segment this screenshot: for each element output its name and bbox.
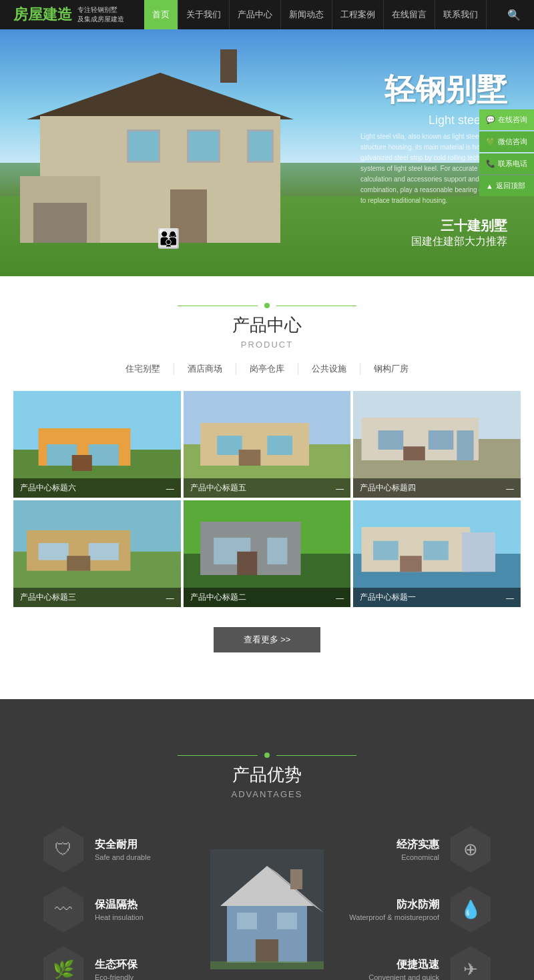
logo-main-text: 房屋建造: [13, 5, 72, 25]
card-arrow-icon-2: —: [336, 594, 344, 603]
adv-divider-line-right: [276, 755, 356, 756]
svg-rect-21: [404, 446, 426, 460]
svg-rect-40: [373, 541, 398, 560]
svg-rect-27: [89, 543, 119, 560]
nav-item-cases[interactable]: 工程案例: [332, 0, 384, 29]
product-card-label-3: 产品中心标题三 —: [13, 588, 181, 607]
sidebar-btn-phone[interactable]: 📞 联系电话: [479, 153, 534, 174]
house-3d-center: [200, 849, 334, 969]
advantages-divider: [0, 753, 534, 758]
svg-rect-49: [277, 913, 297, 929]
house-window-3: [247, 129, 274, 163]
svg-rect-28: [67, 556, 90, 570]
hero-subtitle1: 三十建别墅: [360, 217, 507, 235]
svg-rect-12: [267, 436, 292, 455]
advantages-section: 产品优势 ADVANTAGES 🛡 安全耐用 Safe and durable: [0, 699, 534, 980]
navigation: 首页 关于我们 产品中心 新闻动态 工程案例 在线留言 联系我们: [144, 0, 487, 29]
advantage-insulation: 〰 保温隔热 Heat insulation: [40, 886, 187, 933]
card-arrow-icon-5: —: [336, 484, 344, 494]
product-card-3[interactable]: 产品中心标题三 —: [13, 500, 181, 607]
plane-icon: ✈: [447, 946, 494, 980]
advantages-title-cn: 产品优势: [232, 763, 302, 787]
svg-rect-18: [378, 430, 404, 450]
card-arrow-icon-3: —: [166, 594, 174, 603]
adv-divider-dot: [264, 753, 270, 758]
chat-icon: 💬: [486, 115, 495, 124]
advantage-waterproof-text: 防水防潮 Waterproof & moistureproof: [349, 898, 439, 921]
sidebar-btn-wechat[interactable]: 💚 微信咨询: [479, 131, 534, 152]
house-3d-illustration: [210, 849, 324, 969]
product-card-4[interactable]: 产品中心标题四 —: [353, 391, 521, 498]
product-grid: 产品中心标题六 — 产品中心标题五 —: [0, 391, 534, 607]
coin-icon: ⊕: [447, 826, 494, 873]
product-card-6[interactable]: 产品中心标题六 —: [13, 391, 181, 498]
card-arrow-icon-1: —: [506, 594, 514, 603]
advantage-economical: ⊕ 经济实惠 Economical: [347, 826, 494, 873]
wave-icon: 〰: [40, 886, 87, 933]
advantages-section-header: 产品优势 ADVANTAGES: [0, 726, 534, 813]
svg-rect-35: [237, 552, 257, 575]
house-window-1: [127, 129, 160, 163]
advantage-fast: ✈ 便捷迅速 Convenient and quick: [347, 946, 494, 980]
card-arrow-icon: —: [166, 484, 174, 494]
nav-item-contact[interactable]: 联系我们: [435, 0, 487, 29]
card-arrow-icon-4: —: [506, 484, 514, 494]
sidebar-btn-top[interactable]: ▲ 返回顶部: [479, 175, 534, 196]
product-card-1[interactable]: 产品中心标题一 —: [353, 500, 521, 607]
product-title-en: PRODUCT: [0, 340, 534, 350]
people-figure: 👨‍👩‍👦: [157, 227, 180, 250]
divider-dot: [264, 303, 270, 308]
product-section-header: 产品中心 PRODUCT: [0, 276, 534, 363]
advantages-title-en: ADVANTAGES: [0, 789, 534, 799]
nav-item-about[interactable]: 关于我们: [178, 0, 230, 29]
view-more-button[interactable]: 查看更多 >>: [214, 627, 320, 652]
svg-rect-52: [210, 961, 324, 969]
advantage-fast-text: 便捷迅速 Convenient and quick: [368, 958, 439, 981]
adv-divider-line-left: [178, 755, 258, 756]
svg-rect-34: [267, 538, 287, 564]
nav-item-news[interactable]: 新闻动态: [281, 0, 332, 29]
tab-factory[interactable]: 钢构厂房: [360, 363, 422, 375]
product-card-label-5: 产品中心标题五 —: [184, 478, 351, 498]
leaf-icon: 🌿: [40, 946, 87, 980]
divider-line-left: [178, 306, 258, 306]
svg-rect-20: [457, 430, 474, 460]
svg-rect-26: [39, 543, 69, 560]
tab-public[interactable]: 公共设施: [298, 363, 360, 375]
house-roof: [27, 73, 294, 119]
sidebar-buttons: 💬 在线咨询 💚 微信咨询 📞 联系电话 ▲ 返回顶部: [479, 109, 534, 196]
nav-item-products[interactable]: 产品中心: [230, 0, 281, 29]
phone-icon: 📞: [486, 159, 495, 168]
tab-residential[interactable]: 住宅别墅: [112, 363, 174, 375]
product-card-5[interactable]: 产品中心标题五 —: [184, 391, 351, 498]
arrow-up-icon: ▲: [486, 182, 493, 190]
logo-sub-text: 专注轻钢别墅 及集成房屋建造: [77, 5, 124, 24]
advantage-eco: 🌿 生态环保 Eco-friendly: [40, 946, 187, 980]
house-garage-door: [33, 203, 87, 243]
product-card-label-4: 产品中心标题四 —: [353, 478, 521, 498]
search-icon[interactable]: 🔍: [507, 9, 521, 21]
sidebar-btn-consult[interactable]: 💬 在线咨询: [479, 109, 534, 130]
tab-hotel[interactable]: 酒店商场: [174, 363, 236, 375]
advantage-waterproof: 💧 防水防潮 Waterproof & moistureproof: [347, 886, 494, 933]
advantage-economical-text: 经济实惠 Economical: [396, 838, 439, 861]
svg-rect-51: [290, 869, 302, 889]
product-title-cn: 产品中心: [232, 314, 302, 337]
wechat-icon: 💚: [486, 137, 495, 146]
svg-rect-6: [72, 455, 92, 471]
svg-rect-48: [237, 913, 257, 929]
product-card-2[interactable]: 产品中心标题二 —: [184, 500, 351, 607]
product-card-label-1: 产品中心标题一 —: [353, 588, 521, 607]
hero-house-illustration: [13, 56, 334, 243]
drop-icon: 💧: [447, 886, 494, 933]
product-tabs: 住宅别墅 酒店商场 岗亭仓库 公共设施 钢构厂房: [0, 363, 534, 375]
hero-title-cn: 轻钢别墅: [360, 69, 507, 111]
advantages-grid: 🛡 安全耐用 Safe and durable: [0, 813, 534, 980]
svg-rect-41: [424, 541, 449, 560]
tab-booth[interactable]: 岗亭仓库: [236, 363, 298, 375]
nav-item-home[interactable]: 首页: [144, 0, 178, 29]
house-garage: [20, 176, 100, 243]
product-section: 产品中心 PRODUCT 住宅别墅 酒店商场 岗亭仓库 公共设施 钢构厂房: [0, 276, 534, 699]
nav-item-message[interactable]: 在线留言: [384, 0, 435, 29]
hero-banner: 👨‍👩‍👦 轻钢别墅 Light steel villa Light steel…: [0, 29, 534, 276]
